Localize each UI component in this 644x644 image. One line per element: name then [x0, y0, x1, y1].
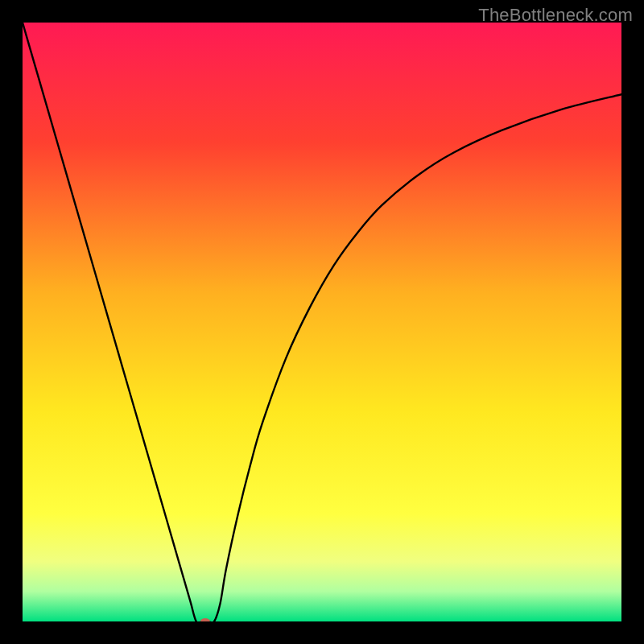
- chart-frame: TheBottleneck.com: [0, 0, 644, 644]
- plot-area: [23, 23, 621, 621]
- gradient-background: [23, 23, 621, 621]
- chart-canvas: [23, 23, 621, 621]
